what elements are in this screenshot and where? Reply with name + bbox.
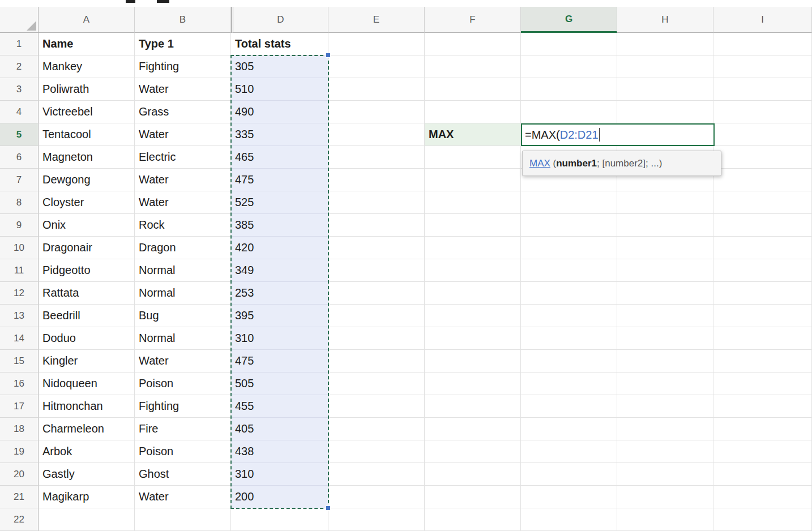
cell-A11[interactable]: Pidgeotto (39, 259, 135, 282)
row-header-9[interactable]: 9 (0, 214, 39, 237)
cell-B9[interactable]: Rock (135, 214, 231, 237)
cell-B21[interactable]: Water (135, 486, 231, 508)
cell-G19[interactable] (521, 440, 617, 463)
range-handle-bottom-right[interactable] (326, 506, 331, 511)
cell-D5[interactable]: 335 (231, 123, 328, 146)
cell-G10[interactable] (521, 237, 617, 259)
cell-I18[interactable] (713, 418, 812, 440)
cell-I4[interactable] (713, 101, 812, 123)
cell-B17[interactable]: Fighting (135, 395, 231, 418)
cell-F8[interactable] (425, 191, 521, 214)
cell-F22[interactable] (425, 508, 521, 531)
cell-E12[interactable] (328, 282, 425, 305)
cell-B6[interactable]: Electric (135, 146, 231, 169)
cell-A6[interactable]: Magneton (39, 146, 135, 169)
cell-F7[interactable] (425, 169, 521, 191)
cell-I20[interactable] (713, 463, 812, 486)
row-header-17[interactable]: 17 (0, 395, 39, 418)
row-header-1[interactable]: 1 (0, 33, 39, 55)
cell-B10[interactable]: Dragon (135, 237, 231, 259)
cell-D17[interactable]: 455 (231, 395, 328, 418)
cell-B18[interactable]: Fire (135, 418, 231, 440)
column-header-g[interactable]: G (521, 7, 617, 33)
cell-H14[interactable] (617, 327, 713, 350)
cell-F2[interactable] (425, 55, 521, 78)
cell-G9[interactable] (521, 214, 617, 237)
cell-E13[interactable] (328, 305, 425, 327)
cell-D20[interactable]: 310 (231, 463, 328, 486)
row-header-6[interactable]: 6 (0, 146, 39, 169)
cell-E14[interactable] (328, 327, 425, 350)
cell-G11[interactable] (521, 259, 617, 282)
row-header-14[interactable]: 14 (0, 327, 39, 350)
cell-B19[interactable]: Poison (135, 440, 231, 463)
cell-H21[interactable] (617, 486, 713, 508)
cell-G14[interactable] (521, 327, 617, 350)
formula-edit-cell-g5[interactable]: =MAX(D2:D21 (521, 123, 715, 146)
cell-I13[interactable] (713, 305, 812, 327)
cell-E11[interactable] (328, 259, 425, 282)
cell-D3[interactable]: 510 (231, 78, 328, 101)
cell-D4[interactable]: 490 (231, 101, 328, 123)
cell-E15[interactable] (328, 350, 425, 372)
cell-F11[interactable] (425, 259, 521, 282)
cell-E3[interactable] (328, 78, 425, 101)
cell-E2[interactable] (328, 55, 425, 78)
cell-B2[interactable]: Fighting (135, 55, 231, 78)
cell-A20[interactable]: Gastly (39, 463, 135, 486)
cell-G18[interactable] (521, 418, 617, 440)
cell-I22[interactable] (713, 508, 812, 531)
cell-I19[interactable] (713, 440, 812, 463)
cell-I21[interactable] (713, 486, 812, 508)
cell-H16[interactable] (617, 372, 713, 395)
cell-B12[interactable]: Normal (135, 282, 231, 305)
cell-A15[interactable]: Kingler (39, 350, 135, 372)
cell-A18[interactable]: Charmeleon (39, 418, 135, 440)
cell-E10[interactable] (328, 237, 425, 259)
row-header-8[interactable]: 8 (0, 191, 39, 214)
cell-H13[interactable] (617, 305, 713, 327)
cell-D6[interactable]: 465 (231, 146, 328, 169)
select-all-button[interactable] (0, 7, 39, 33)
cell-A7[interactable]: Dewgong (39, 169, 135, 191)
row-header-20[interactable]: 20 (0, 463, 39, 486)
cell-A13[interactable]: Beedrill (39, 305, 135, 327)
cell-A14[interactable]: Doduo (39, 327, 135, 350)
cell-A19[interactable]: Arbok (39, 440, 135, 463)
cell-D15[interactable]: 475 (231, 350, 328, 372)
column-header-i[interactable]: I (713, 7, 812, 33)
cell-B3[interactable]: Water (135, 78, 231, 101)
cell-A10[interactable]: Dragonair (39, 237, 135, 259)
cell-I2[interactable] (713, 55, 812, 78)
cell-F6[interactable] (425, 146, 521, 169)
cell-E6[interactable] (328, 146, 425, 169)
cell-F21[interactable] (425, 486, 521, 508)
cell-D22[interactable] (231, 508, 328, 531)
cell-D9[interactable]: 385 (231, 214, 328, 237)
cell-A22[interactable] (39, 508, 135, 531)
cell-B16[interactable]: Poison (135, 372, 231, 395)
row-header-10[interactable]: 10 (0, 237, 39, 259)
cell-I10[interactable] (713, 237, 812, 259)
cell-A16[interactable]: Nidoqueen (39, 372, 135, 395)
cell-G8[interactable] (521, 191, 617, 214)
cell-H19[interactable] (617, 440, 713, 463)
cell-B20[interactable]: Ghost (135, 463, 231, 486)
cell-D21[interactable]: 200 (231, 486, 328, 508)
cell-H2[interactable] (617, 55, 713, 78)
cell-H10[interactable] (617, 237, 713, 259)
row-header-18[interactable]: 18 (0, 418, 39, 440)
row-header-13[interactable]: 13 (0, 305, 39, 327)
cell-H3[interactable] (617, 78, 713, 101)
cell-F3[interactable] (425, 78, 521, 101)
cell-H15[interactable] (617, 350, 713, 372)
cell-I17[interactable] (713, 395, 812, 418)
row-header-3[interactable]: 3 (0, 78, 39, 101)
cell-I3[interactable] (713, 78, 812, 101)
cell-B1[interactable]: Type 1 (135, 33, 231, 55)
cell-G2[interactable] (521, 55, 617, 78)
cell-B11[interactable]: Normal (135, 259, 231, 282)
cell-H18[interactable] (617, 418, 713, 440)
range-handle-top-right[interactable] (326, 53, 331, 58)
cell-E19[interactable] (328, 440, 425, 463)
